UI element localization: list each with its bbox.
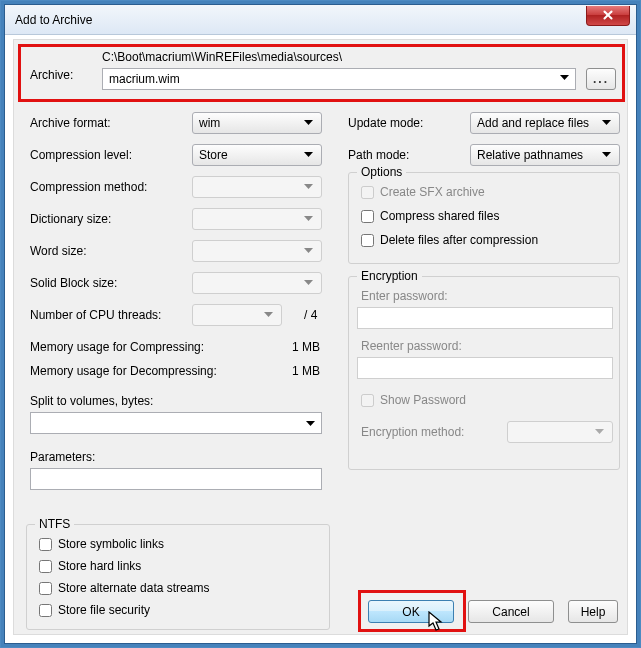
mem-compress-value: 1 MB <box>292 340 320 354</box>
word-size-label: Word size: <box>30 244 86 258</box>
options-fieldset: Options Create SFX archive Compress shar… <box>348 172 620 264</box>
cpu-threads-select[interactable] <box>192 304 282 326</box>
encryption-legend: Encryption <box>357 269 422 283</box>
path-mode-value: Relative pathnames <box>477 148 583 162</box>
show-password-input <box>361 394 374 407</box>
store-symlinks-checkbox[interactable]: Store symbolic links <box>39 537 164 551</box>
ok-button[interactable]: OK <box>368 600 454 623</box>
chevron-down-icon <box>299 178 317 196</box>
chevron-down-icon <box>299 210 317 228</box>
enter-password-label: Enter password: <box>361 289 448 303</box>
archive-format-value: wim <box>199 116 220 130</box>
store-ads-label: Store alternate data streams <box>58 581 209 595</box>
reenter-password-label: Reenter password: <box>361 339 462 353</box>
chevron-down-icon <box>299 242 317 260</box>
ellipsis-icon: ... <box>593 72 609 86</box>
compress-shared-checkbox[interactable]: Compress shared files <box>361 209 499 223</box>
archive-filename-input[interactable] <box>102 68 576 90</box>
update-mode-select[interactable]: Add and replace files <box>470 112 620 134</box>
chevron-down-icon <box>597 114 615 132</box>
split-volumes-input[interactable] <box>30 412 322 434</box>
solid-block-size-label: Solid Block size: <box>30 276 117 290</box>
help-button[interactable]: Help <box>568 600 618 623</box>
delete-after-label: Delete files after compression <box>380 233 538 247</box>
archive-path-text: C:\Boot\macrium\WinREFiles\media\sources… <box>102 50 342 64</box>
window-title: Add to Archive <box>15 13 92 27</box>
chevron-down-icon <box>590 423 608 441</box>
update-mode-value: Add and replace files <box>477 116 589 130</box>
dialog-window: Add to Archive Archive: C:\Boot\macrium\… <box>4 4 637 644</box>
path-mode-label: Path mode: <box>348 148 409 162</box>
cpu-threads-suffix: / 4 <box>304 308 317 322</box>
compression-method-select[interactable] <box>192 176 322 198</box>
compression-level-select[interactable]: Store <box>192 144 322 166</box>
dictionary-size-select[interactable] <box>192 208 322 230</box>
options-legend: Options <box>357 165 406 179</box>
ok-label: OK <box>402 605 419 619</box>
create-sfx-label: Create SFX archive <box>380 185 485 199</box>
help-label: Help <box>581 605 606 619</box>
word-size-select[interactable] <box>192 240 322 262</box>
update-mode-label: Update mode: <box>348 116 423 130</box>
path-mode-select[interactable]: Relative pathnames <box>470 144 620 166</box>
store-security-input[interactable] <box>39 604 52 617</box>
enter-password-input <box>357 307 613 329</box>
store-symlinks-label: Store symbolic links <box>58 537 164 551</box>
split-volumes-label: Split to volumes, bytes: <box>30 394 153 408</box>
chevron-down-icon <box>299 114 317 132</box>
encryption-fieldset: Encryption Enter password: Reenter passw… <box>348 276 620 470</box>
ntfs-fieldset: NTFS Store symbolic links Store hard lin… <box>26 524 330 630</box>
archive-format-label: Archive format: <box>30 116 111 130</box>
store-ads-input[interactable] <box>39 582 52 595</box>
chevron-down-icon <box>299 146 317 164</box>
store-hardlinks-label: Store hard links <box>58 559 141 573</box>
close-button[interactable] <box>586 6 630 26</box>
store-security-checkbox[interactable]: Store file security <box>39 603 150 617</box>
chevron-down-icon <box>597 146 615 164</box>
compression-level-label: Compression level: <box>30 148 132 162</box>
parameters-label: Parameters: <box>30 450 95 464</box>
ntfs-legend: NTFS <box>35 517 74 531</box>
encryption-method-label: Encryption method: <box>361 425 464 439</box>
store-security-label: Store file security <box>58 603 150 617</box>
chevron-down-icon <box>299 274 317 292</box>
cpu-threads-label: Number of CPU threads: <box>30 308 161 322</box>
delete-after-input[interactable] <box>361 234 374 247</box>
cancel-label: Cancel <box>492 605 529 619</box>
create-sfx-checkbox: Create SFX archive <box>361 185 485 199</box>
client-area: Archive: C:\Boot\macrium\WinREFiles\medi… <box>13 39 628 635</box>
compression-level-value: Store <box>199 148 228 162</box>
mem-decompress-value: 1 MB <box>292 364 320 378</box>
dictionary-size-label: Dictionary size: <box>30 212 111 226</box>
store-symlinks-input[interactable] <box>39 538 52 551</box>
chevron-down-icon[interactable] <box>306 416 315 430</box>
encryption-method-select <box>507 421 613 443</box>
cancel-button[interactable]: Cancel <box>468 600 554 623</box>
archive-format-select[interactable]: wim <box>192 112 322 134</box>
delete-after-checkbox[interactable]: Delete files after compression <box>361 233 538 247</box>
show-password-checkbox: Show Password <box>361 393 466 407</box>
compression-method-label: Compression method: <box>30 180 147 194</box>
parameters-input[interactable] <box>30 468 322 490</box>
reenter-password-input <box>357 357 613 379</box>
browse-button[interactable]: ... <box>586 68 616 90</box>
show-password-label: Show Password <box>380 393 466 407</box>
archive-label: Archive: <box>30 68 73 82</box>
close-icon <box>602 9 614 21</box>
chevron-down-icon <box>259 306 277 324</box>
titlebar: Add to Archive <box>5 5 636 35</box>
store-hardlinks-checkbox[interactable]: Store hard links <box>39 559 141 573</box>
mem-compress-label: Memory usage for Compressing: <box>30 340 204 354</box>
create-sfx-input <box>361 186 374 199</box>
store-ads-checkbox[interactable]: Store alternate data streams <box>39 581 209 595</box>
store-hardlinks-input[interactable] <box>39 560 52 573</box>
solid-block-size-select[interactable] <box>192 272 322 294</box>
compress-shared-input[interactable] <box>361 210 374 223</box>
compress-shared-label: Compress shared files <box>380 209 499 223</box>
mem-decompress-label: Memory usage for Decompressing: <box>30 364 217 378</box>
